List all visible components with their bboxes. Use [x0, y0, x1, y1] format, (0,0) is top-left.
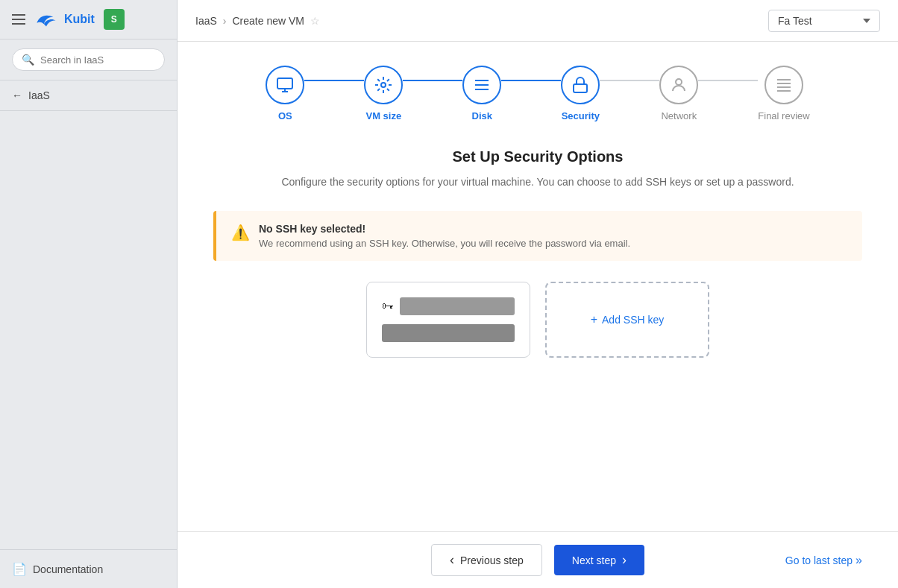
warning-body: We recommend using an SSH key. Otherwise… — [259, 238, 630, 249]
back-nav[interactable]: ← IaaS — [0, 80, 177, 111]
connector-1 — [304, 80, 364, 81]
step-final-review: Final review — [758, 66, 809, 121]
plus-icon: + — [591, 313, 597, 326]
step-label-disk: Disk — [472, 110, 492, 121]
footer: Previous step Next step Go to last step — [178, 531, 898, 588]
breadcrumb-separator: › — [223, 15, 227, 27]
connector-5 — [698, 80, 758, 81]
svg-point-8 — [676, 79, 682, 85]
step-vmsize: VM size — [364, 66, 403, 121]
main-content: IaaS › Create new VM ☆ Fa Test — [178, 0, 898, 588]
step-network: Network — [659, 66, 698, 121]
step-label-vmsize: VM size — [365, 110, 401, 121]
chevron-right-icon — [622, 552, 627, 568]
search-icon: 🔍 — [22, 54, 34, 66]
doc-label: Documentation — [33, 563, 103, 575]
header-right: Fa Test — [768, 10, 880, 32]
app-title: Kubit — [64, 13, 95, 26]
header: IaaS › Create new VM ☆ Fa Test — [178, 0, 898, 42]
step-label-security: Security — [562, 110, 600, 121]
warning-content: No SSH key selected! We recommend using … — [259, 223, 630, 249]
service-icon: S — [104, 9, 125, 30]
last-label: Go to last step — [785, 554, 853, 566]
svg-point-3 — [381, 83, 386, 87]
ssh-key-bar-value — [382, 324, 515, 342]
search-area: 🔍 — [0, 39, 177, 80]
breadcrumb-root[interactable]: IaaS — [195, 15, 217, 27]
double-chevron-icon — [855, 554, 862, 567]
connector-3 — [501, 80, 561, 81]
ssh-key-card[interactable]: 🗝 — [366, 282, 530, 358]
back-nav-label: IaaS — [28, 89, 50, 101]
prev-label: Previous step — [460, 554, 524, 566]
ssh-keys-area: 🗝 + Add SSH key — [213, 282, 862, 358]
step-circle-vmsize — [364, 66, 403, 104]
svg-rect-0 — [277, 78, 292, 89]
next-label: Next step — [572, 554, 616, 566]
back-arrow-icon: ← — [12, 89, 22, 101]
step-label-final-review: Final review — [758, 110, 809, 121]
svg-rect-7 — [574, 84, 587, 92]
logo: Kubit — [34, 11, 95, 28]
next-step-button[interactable]: Next step — [554, 545, 644, 575]
workspace-selector[interactable]: Fa Test — [768, 10, 880, 32]
connector-4 — [600, 80, 659, 81]
add-ssh-key-card[interactable]: + Add SSH key — [545, 282, 709, 358]
ssh-card-icon-row: 🗝 — [382, 297, 515, 315]
step-circle-os — [266, 66, 304, 104]
key-icon: 🗝 — [382, 300, 394, 313]
content-area: OS VM size — [178, 42, 898, 531]
warning-banner: ⚠️ No SSH key selected! We recommend usi… — [213, 211, 862, 261]
ssh-key-bar-name — [400, 297, 515, 315]
stepper: OS VM size — [213, 66, 862, 121]
step-circle-final-review — [764, 66, 803, 104]
step-security: Security — [561, 66, 600, 121]
warning-title: No SSH key selected! — [259, 223, 630, 235]
step-disk: Disk — [462, 66, 501, 121]
step-circle-network — [659, 66, 698, 104]
add-ssh-label: Add SSH key — [602, 314, 664, 326]
previous-step-button[interactable]: Previous step — [431, 544, 542, 576]
search-input[interactable] — [40, 54, 155, 66]
sidebar: Kubit S 🔍 ← IaaS 📄 Documentation — [0, 0, 178, 588]
go-to-last-step-button[interactable]: Go to last step — [785, 554, 862, 567]
connector-2 — [403, 80, 462, 81]
warning-icon: ⚠️ — [231, 224, 250, 241]
document-icon: 📄 — [12, 562, 27, 576]
page-title: Set Up Security Options — [213, 148, 862, 165]
step-circle-disk — [462, 66, 501, 104]
step-label-os: OS — [278, 110, 292, 121]
documentation-link[interactable]: 📄 Documentation — [0, 549, 177, 588]
favorite-star-icon[interactable]: ☆ — [310, 15, 320, 27]
breadcrumb-current: Create new VM — [232, 15, 304, 27]
page-subtitle: Configure the security options for your … — [213, 174, 862, 190]
step-os: OS — [266, 66, 304, 121]
breadcrumb: IaaS › Create new VM ☆ — [195, 15, 320, 27]
step-label-network: Network — [661, 110, 697, 121]
step-circle-security — [561, 66, 600, 104]
hamburger-menu[interactable] — [12, 14, 25, 25]
chevron-left-icon — [450, 552, 454, 568]
